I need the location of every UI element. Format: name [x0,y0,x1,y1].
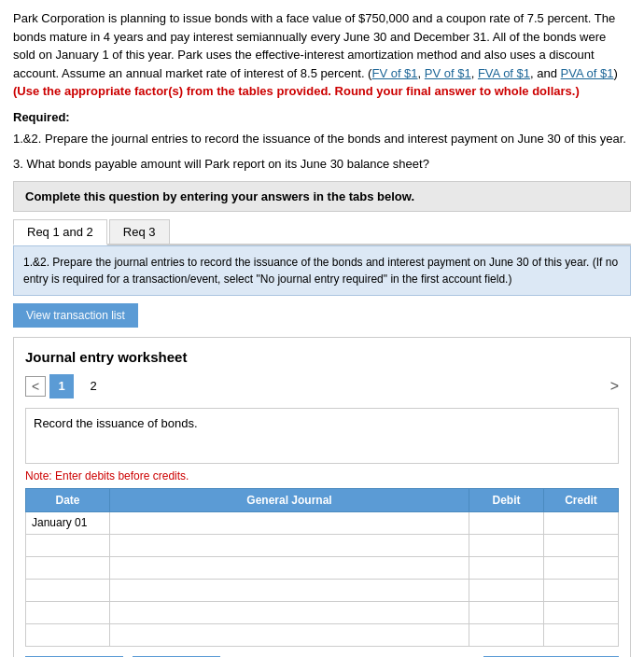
table-row [26,623,619,646]
journal-input-5[interactable] [110,624,469,645]
problem-text: Park Corporation is planning to issue bo… [13,9,631,101]
tab-req-3[interactable]: Req 3 [109,219,170,244]
tab-req-1-2[interactable]: Req 1 and 2 [13,219,107,245]
credit-input-cell-1[interactable] [544,534,619,556]
credit-input-0[interactable] [544,512,618,533]
journal-input-0[interactable] [110,512,469,533]
tabs-row: Req 1 and 2 Req 3 [13,219,631,245]
debit-input-cell-1[interactable] [469,534,544,556]
nav-row: < 1 2 > [25,374,619,398]
record-box: Record the issuance of bonds. [25,408,619,464]
credit-input-cell-3[interactable] [544,579,619,601]
debit-input-2[interactable] [469,557,543,578]
credit-input-4[interactable] [544,602,618,622]
pv-link[interactable]: PV of $1 [425,66,471,80]
table-row [26,534,619,556]
credit-input-2[interactable] [544,557,618,578]
fv-link[interactable]: FV of $1 [371,66,417,80]
col-header-journal: General Journal [110,488,469,511]
col-header-date: Date [26,488,110,511]
page-2-indicator[interactable]: 2 [81,374,105,398]
question-3: 3. What bonds payable amount will Park r… [13,155,631,174]
journal-worksheet: Journal entry worksheet < 1 2 > Record t… [13,337,631,658]
table-row [26,601,619,623]
table-row [26,556,619,579]
date-cell-2 [26,556,110,579]
question-1-2: 1.&2. Prepare the journal entries to rec… [13,130,631,148]
journal-input-cell-3[interactable] [110,579,469,601]
pva-link[interactable]: PVA of $1 [561,66,614,80]
journal-input-1[interactable] [110,535,469,555]
credit-input-1[interactable] [544,535,618,555]
credit-input-cell-4[interactable] [544,601,619,623]
date-cell-4 [26,601,110,623]
prev-page-button[interactable]: < [25,376,46,397]
journal-input-2[interactable] [110,557,469,578]
debit-input-cell-4[interactable] [469,601,544,623]
debit-input-cell-3[interactable] [469,579,544,601]
bold-instruction: (Use the appropriate factor(s) from the … [13,84,580,98]
debit-input-cell-5[interactable] [469,623,544,646]
instruction-box: 1.&2. Prepare the journal entries to rec… [13,245,631,296]
debit-input-cell-2[interactable] [469,556,544,579]
journal-input-cell-1[interactable] [110,534,469,556]
credit-input-cell-2[interactable] [544,556,619,579]
journal-input-cell-5[interactable] [110,623,469,646]
journal-title: Journal entry worksheet [25,349,619,365]
date-cell-0: January 01 [26,511,110,534]
note-text: Note: Enter debits before credits. [25,469,619,482]
next-page-button[interactable]: > [610,378,619,395]
credit-input-cell-5[interactable] [544,623,619,646]
debit-input-0[interactable] [469,512,543,533]
required-label: Required: [13,110,631,124]
debit-input-5[interactable] [469,624,543,645]
journal-input-4[interactable] [110,602,469,622]
date-cell-3 [26,579,110,601]
credit-input-3[interactable] [544,580,618,600]
date-cell-1 [26,534,110,556]
journal-input-cell-0[interactable] [110,511,469,534]
debit-input-3[interactable] [469,580,543,600]
debit-input-4[interactable] [469,602,543,622]
journal-input-cell-2[interactable] [110,556,469,579]
col-header-debit: Debit [469,488,544,511]
view-transaction-button[interactable]: View transaction list [13,303,138,328]
credit-input-cell-0[interactable] [544,511,619,534]
journal-input-cell-4[interactable] [110,601,469,623]
table-row: January 01 [26,511,619,534]
complete-banner: Complete this question by entering your … [13,181,631,212]
debit-input-cell-0[interactable] [469,511,544,534]
fva-link[interactable]: FVA of $1 [478,66,530,80]
date-cell-5 [26,623,110,646]
problem-text-body: Park Corporation is planning to issue bo… [13,11,618,98]
col-header-credit: Credit [544,488,619,511]
credit-input-5[interactable] [544,624,618,645]
page-1-indicator[interactable]: 1 [49,374,74,398]
table-row [26,579,619,601]
debit-input-1[interactable] [469,535,543,555]
journal-input-3[interactable] [110,580,469,600]
journal-table: Date General Journal Debit Credit Januar… [25,488,619,647]
